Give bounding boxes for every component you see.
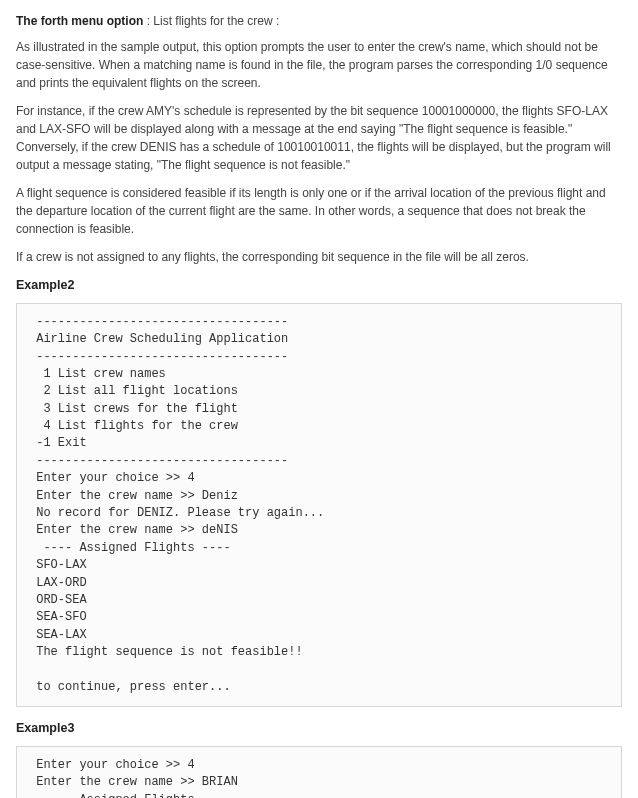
example3-heading: Example3 (16, 719, 622, 738)
example2-code: ----------------------------------- Airl… (16, 303, 622, 708)
intro-rest: : List flights for the crew : (143, 14, 279, 28)
example3-code: Enter your choice >> 4 Enter the crew na… (16, 746, 622, 798)
example2-heading: Example2 (16, 276, 622, 295)
intro-bold: The forth menu option (16, 14, 143, 28)
paragraph-3: A flight sequence is considered feasible… (16, 184, 622, 238)
intro-line: The forth menu option : List flights for… (16, 12, 622, 30)
paragraph-2: For instance, if the crew AMY's schedule… (16, 102, 622, 174)
paragraph-4: If a crew is not assigned to any flights… (16, 248, 622, 266)
paragraph-1: As illustrated in the sample output, thi… (16, 38, 622, 92)
